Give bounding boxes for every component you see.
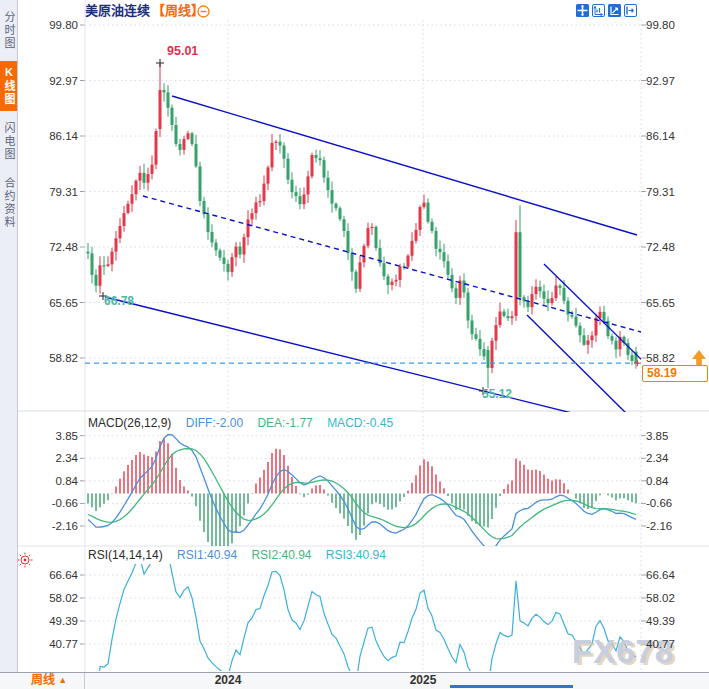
axis-tick-label: 58.02 <box>18 592 78 604</box>
axis-tick-label: 72.48 <box>18 241 78 253</box>
candlestick-series[interactable] <box>87 64 638 388</box>
axis-tick-label: 72.48 <box>646 241 675 253</box>
macd-diff-value: DIFF:-2.00 <box>186 416 243 430</box>
axis-tick-label: 3.85 <box>18 430 78 442</box>
axis-tick-label: 99.80 <box>646 19 675 31</box>
chart-window: 分时图 K线图 闪电图 合约资料 美原油连续【周线】 <box>0 0 709 689</box>
chart-canvas[interactable] <box>0 0 709 689</box>
axis-tick-label: -0.66 <box>646 497 672 509</box>
year-label-2024: 2024 <box>215 673 242 688</box>
rsi-header: RSI(14,14,14) RSI1:40.94 RSI2:40.94 RSI3… <box>88 548 397 562</box>
axis-tick-label: -2.16 <box>18 520 78 532</box>
gridlines <box>18 0 709 672</box>
macd-header: MACD(26,12,9) DIFF:-2.00 DEA:-1.77 MACD:… <box>88 416 404 430</box>
alarm-indicator-icon[interactable] <box>16 551 34 569</box>
period-dropdown-arrow-icon: ▲ <box>58 675 67 685</box>
trend-channel-lines[interactable] <box>105 96 648 420</box>
macd-histogram <box>88 438 636 554</box>
channel-start-annotation: 66.78 <box>104 294 134 308</box>
axis-tick-label: 86.14 <box>18 130 78 142</box>
period-selector[interactable]: 周线 ▲ <box>0 673 85 689</box>
axis-tick-label: 65.65 <box>646 297 675 309</box>
axis-tick-label: 49.39 <box>18 615 78 627</box>
axis-tick-label: 40.77 <box>18 638 78 650</box>
anchor-point-markers <box>99 59 487 395</box>
axis-tick-label: -0.66 <box>18 497 78 509</box>
axis-tick-label: -2.16 <box>646 520 672 532</box>
axis-tick-label: 92.97 <box>18 75 78 87</box>
rsi3-value: RSI3:40.94 <box>326 548 386 562</box>
axis-tick-label: 58.82 <box>18 352 78 364</box>
axis-tick-label: 0.84 <box>646 475 668 487</box>
low-price-annotation: 55.12 <box>482 387 512 401</box>
rsi-label: RSI(14,14,14) <box>88 548 163 562</box>
axis-tick-label: 92.97 <box>646 75 675 87</box>
axis-tick-label: 66.64 <box>18 569 78 581</box>
axis-tick-label: 99.80 <box>18 19 78 31</box>
axis-tick-label: 79.31 <box>646 186 675 198</box>
axis-tick-label: 49.39 <box>646 615 675 627</box>
axis-tick-label: 2.34 <box>646 452 668 464</box>
current-price-box: 58.19 <box>642 365 708 382</box>
axis-tick-label: 0.84 <box>18 475 78 487</box>
axis-tick-label: 86.14 <box>646 130 675 142</box>
scrollbar-thumb[interactable] <box>450 685 573 688</box>
macd-label: MACD(26,12,9) <box>88 416 171 430</box>
axis-tick-label: 2.34 <box>18 452 78 464</box>
axis-tick-label: 3.85 <box>646 430 668 442</box>
price-up-arrow-icon <box>690 349 709 367</box>
axis-tick-label: 58.82 <box>646 352 675 364</box>
footer-bar: 周线 ▲ 2024 2025 <box>0 673 709 689</box>
axis-tick-label: 66.64 <box>646 569 675 581</box>
rsi1-value: RSI1:40.94 <box>177 548 237 562</box>
axis-tick-label: 65.65 <box>18 297 78 309</box>
macd-dea-value: DEA:-1.77 <box>257 416 312 430</box>
axis-tick-label: 58.02 <box>646 592 675 604</box>
macd-hist-value: MACD:-0.45 <box>327 416 393 430</box>
axis-tick-label: 40.77 <box>646 638 675 650</box>
rsi2-value: RSI2:40.94 <box>251 548 311 562</box>
year-label-2025: 2025 <box>410 673 437 688</box>
macd-lines <box>88 435 636 551</box>
high-price-annotation: 95.01 <box>167 44 198 58</box>
axis-tick-label: 79.31 <box>18 186 78 198</box>
